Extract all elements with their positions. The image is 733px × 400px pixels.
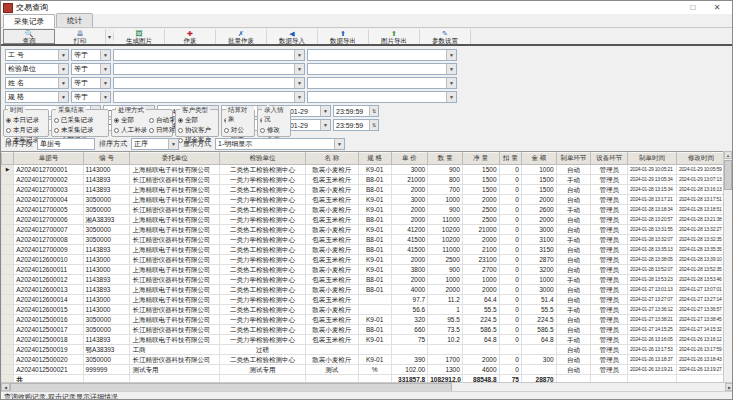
chevron-down-icon[interactable]: ▼ <box>58 64 68 74</box>
filter-value1-combo[interactable]: ▼ <box>113 91 305 103</box>
grid-column-header[interactable]: 金 额 <box>521 153 556 165</box>
tab-records[interactable]: 采集记录 <box>3 14 55 28</box>
radio-option[interactable]: 全部 <box>178 116 216 125</box>
chevron-down-icon[interactable]: ▼ <box>100 92 110 102</box>
grid-column-header[interactable]: 扣 量 <box>499 153 521 165</box>
scroll-up-icon[interactable]: ▲ <box>724 151 732 159</box>
grid-column-header[interactable]: 制单环节 <box>556 153 591 165</box>
chevron-down-icon[interactable]: ▼ <box>100 50 110 60</box>
filter-field-select[interactable]: 检验单位▼ <box>5 63 69 75</box>
grid-row[interactable]: A2024012600014 1143000 上海精联电子科技有限公司 一类力学… <box>2 295 726 305</box>
toolbar-button[interactable]: 🔍 查询 <box>3 29 55 44</box>
grid-row[interactable]: A2024012700003 1143893 上海精联电子科技有限公司 二类热工… <box>2 185 726 195</box>
toolbar-button[interactable]: ⬆ 图片导出 <box>369 29 420 44</box>
chevron-down-icon[interactable]: ▼ <box>294 50 304 60</box>
grid-row[interactable]: A2024012700004 3050000 上海精联电子科技有限公司 一类力学… <box>2 195 726 205</box>
grid-row[interactable]: A2024012500020 3050000 长江精密仪器科技有限公司 二类热工… <box>2 355 726 365</box>
grid-row[interactable]: A2024012500016 3050000 上海精联电子科技有限公司 一类力学… <box>2 315 726 325</box>
chevron-down-icon[interactable]: ▼ <box>446 92 456 102</box>
chevron-down-icon[interactable]: ▼ <box>446 78 456 88</box>
grid-column-header[interactable]: 编 号 <box>83 153 130 165</box>
filter-op-select[interactable]: 等于▼ <box>71 91 111 103</box>
chevron-down-icon[interactable]: ▼ <box>446 50 456 60</box>
vertical-scrollbar[interactable]: ▲ <box>723 151 732 382</box>
time-to-spinner[interactable]: 23:59:59⇅ <box>333 119 379 131</box>
filter-op-select[interactable]: 等于▼ <box>71 77 111 89</box>
toolbar-button[interactable]: 🖶 打印 <box>55 29 106 44</box>
radio-option[interactable]: 全部 <box>114 116 147 125</box>
radio-option[interactable]: 修改 <box>260 126 288 135</box>
grid-row[interactable]: ▶ A2024012700001 1143000 上海精联电子科技有限公司 二类… <box>2 165 726 175</box>
chevron-down-icon[interactable]: ▼ <box>294 92 304 102</box>
filter-value2-combo[interactable]: ▼ <box>307 49 457 61</box>
grid-column-header[interactable]: 制单时间 <box>628 153 677 165</box>
grid-row[interactable]: A2024012600015 1143000 长江精密仪器科技有限公司 二类热工… <box>2 305 726 315</box>
grid-row[interactable]: A2024012700007 3050000 上海精联电子科技有限公司 二类热工… <box>2 225 726 235</box>
filter-value2-combo[interactable]: ▼ <box>307 77 457 89</box>
calendar-dropdown-icon[interactable]: ▼ <box>320 106 330 116</box>
toolbar-button[interactable]: ✗ 批量作废 <box>216 29 267 44</box>
grid-row[interactable]: A2024012700005 3050000 长江精密仪器科技有限公司 二类热工… <box>2 205 726 215</box>
grid-column-header[interactable]: 单 价 <box>391 153 428 165</box>
grid-row[interactable]: A2024012700008 3050000 长江精密仪器科技有限公司 一类力学… <box>2 235 726 245</box>
chevron-down-icon[interactable]: ▼ <box>294 64 304 74</box>
filter-op-select[interactable]: 等于▼ <box>71 63 111 75</box>
toolbar-button[interactable]: ✚ 作废 <box>165 29 216 44</box>
radio-option[interactable]: 对公 <box>224 126 252 135</box>
chevron-down-icon[interactable]: ▼ <box>446 64 456 74</box>
filter-field-select[interactable]: 工 号▼ <box>5 49 69 61</box>
radio-option[interactable]: 人工补录 <box>114 126 147 135</box>
grid-row[interactable]: A2024012600012 1143893 长江精密仪器科技有限公司 一类力学… <box>2 275 726 285</box>
chevron-down-icon[interactable]: ▼ <box>58 92 68 102</box>
chevron-down-icon[interactable]: ▼ <box>100 64 110 74</box>
chevron-down-icon[interactable]: ▼ <box>100 78 110 88</box>
filter-value1-combo[interactable]: ▼ <box>113 63 305 75</box>
toolbar-button[interactable]: ✎ 参数设置 <box>420 29 471 44</box>
grid-row[interactable]: A2024012600011 1143000 上海精联电子科技有限公司 二类热工… <box>2 265 726 275</box>
chevron-down-icon[interactable]: ▼ <box>58 78 68 88</box>
filter-value1-combo[interactable]: ▼ <box>113 49 305 61</box>
grid-row[interactable]: A2024012600013 1143893 上海精联电子科技有限公司 二类热工… <box>2 285 726 295</box>
chevron-down-icon[interactable]: ▼ <box>334 139 344 149</box>
grid-column-header[interactable]: 名 称 <box>305 153 358 165</box>
grid-row[interactable]: A2024012500021 999999 测试专用 测试专用 测试 % 102… <box>2 365 726 375</box>
grid-row[interactable]: A2024012500019 鄂A38393 工商 过磅 自动 管理员 2024… <box>2 345 726 355</box>
grid-column-header[interactable]: 数 量 <box>428 153 463 165</box>
spinner-icon[interactable]: ⇅ <box>369 106 378 116</box>
grid-column-header[interactable]: 单据号 <box>14 153 83 165</box>
filter-value2-combo[interactable]: ▼ <box>307 63 457 75</box>
toolbar-button[interactable]: ⬆ 数据导出 <box>318 29 369 44</box>
grid-column-header[interactable] <box>2 153 14 165</box>
sort-field-input[interactable]: 单据号 <box>37 138 95 150</box>
view-mode-select[interactable]: 1-明细显示▼ <box>215 138 345 150</box>
sort-order-select[interactable]: 正序▼ <box>131 138 179 150</box>
grid-row[interactable]: A2024012500017 3050000 长江精密仪器科技有限公司 二类热工… <box>2 325 726 335</box>
grid-column-header[interactable]: 规 格 <box>358 153 391 165</box>
maximize-button[interactable]: □ <box>688 3 698 12</box>
filter-field-select[interactable]: 姓 名▼ <box>5 77 69 89</box>
filter-field-select[interactable]: 规 格▼ <box>5 91 69 103</box>
close-button[interactable]: ✕ <box>712 3 722 12</box>
toolbar-button[interactable]: 🖼 生成图片 <box>114 29 165 44</box>
chevron-down-icon[interactable]: ▼ <box>58 50 68 60</box>
radio-option[interactable]: 本月记录 <box>6 126 46 135</box>
grid-row[interactable]: A2024012500018 1143893 上海精联电子科技有限公司 一类力学… <box>2 335 726 345</box>
print-dropdown-arrow[interactable]: ▾ <box>106 33 114 40</box>
toolbar-button[interactable]: ◀ 数据导入 <box>267 29 318 44</box>
scroll-left-icon[interactable]: ◀ <box>1 383 10 391</box>
time-to-spinner[interactable]: 23:59:59⇅ <box>333 105 379 117</box>
radio-option[interactable]: 本日记录 <box>6 116 46 125</box>
vertical-scroll-thumb[interactable] <box>724 160 732 190</box>
calendar-dropdown-icon[interactable]: ▼ <box>320 120 330 130</box>
radio-option[interactable]: 未采集记录 <box>54 126 106 135</box>
grid-row[interactable]: A2024012600010 1143000 长江精密仪器科技有限公司 一类力学… <box>2 255 726 265</box>
chevron-down-icon[interactable]: ▼ <box>294 78 304 88</box>
grid-row[interactable]: A2024012700002 1143893 长江精密仪器科技有限公司 一类力学… <box>2 175 726 185</box>
grid-column-header[interactable]: 净 量 <box>462 153 499 165</box>
grid-column-header[interactable]: 设备环节 <box>591 153 628 165</box>
filter-value1-combo[interactable]: ▼ <box>113 77 305 89</box>
scroll-right-icon[interactable]: ▶ <box>725 383 733 391</box>
grid-column-header[interactable]: 检验单位 <box>220 153 306 165</box>
radio-option[interactable]: 已采集记录 <box>54 116 106 125</box>
filter-op-select[interactable]: 等于▼ <box>71 49 111 61</box>
